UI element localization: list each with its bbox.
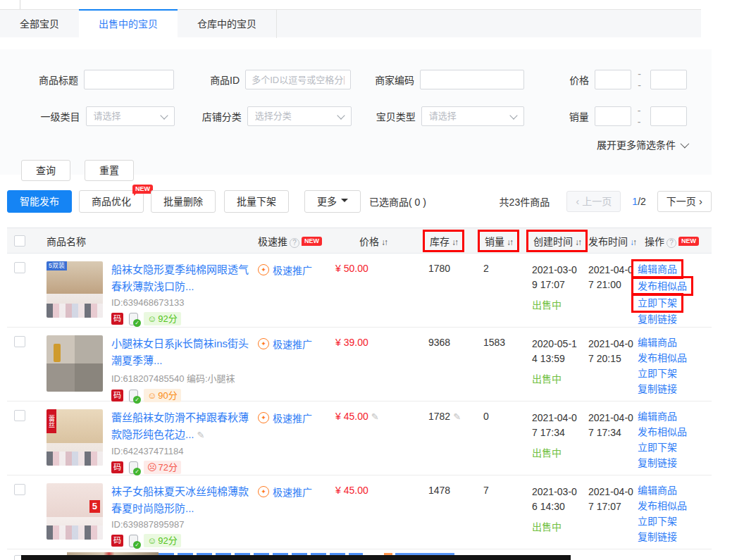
reset-button[interactable]: 重置	[85, 160, 134, 181]
delist-now-link[interactable]: 立即下架	[638, 366, 712, 381]
delist-now-link[interactable]: 立即下架	[638, 440, 712, 455]
code-badge: 码	[111, 535, 123, 547]
title-filter-input[interactable]	[84, 70, 174, 89]
header-actions: 操作?NEW	[638, 234, 712, 248]
edit-pencil-icon[interactable]: ✎	[453, 411, 461, 422]
score-badge[interactable]: ☺92分	[144, 312, 181, 325]
optimize-button[interactable]: 商品优化 NEW	[79, 190, 144, 213]
batch-delete-button[interactable]: 批量删除	[151, 190, 216, 213]
row-checkbox[interactable]	[14, 410, 25, 421]
product-image[interactable]: 5	[46, 483, 103, 540]
speed-promote-link[interactable]: ✦ 极速推广	[258, 263, 312, 277]
header-sales-sort[interactable]: 销量↓↑	[478, 234, 527, 248]
edit-item-link[interactable]: 编辑商品	[638, 409, 712, 424]
shop-category-label: 店铺分类	[200, 109, 242, 123]
score-value: 90分	[158, 389, 177, 402]
price-max-input[interactable]	[650, 70, 687, 89]
product-title-link[interactable]: 小腿袜女日系jk长筒袜ins街头潮夏季薄...	[111, 335, 256, 369]
score-badge[interactable]: ☺92分	[144, 534, 181, 547]
score-badge[interactable]: ☺90分	[144, 389, 181, 402]
product-id: ID:639468673133	[111, 297, 256, 308]
score-value: 92分	[158, 534, 177, 547]
publish-similar-link[interactable]: 发布相似品	[638, 350, 712, 366]
sales-value: 7	[483, 485, 527, 496]
product-image[interactable]: 5双装	[46, 261, 103, 318]
tab-warehouse-items[interactable]: 仓库中的宝贝	[178, 10, 277, 38]
help-icon[interactable]: ?	[290, 238, 299, 248]
caret-down-icon	[341, 199, 348, 206]
product-id: ID:642437471184	[111, 446, 256, 456]
header-created-sort[interactable]: 创建时间↓↑	[527, 234, 585, 248]
product-id: ID:618207485540 编码:小腿袜	[111, 371, 256, 385]
sort-icon-active[interactable]: ↓↑	[630, 237, 636, 247]
publish-similar-link[interactable]: 发布相似品	[638, 424, 712, 440]
publish-similar-link[interactable]: 发布相似品	[638, 278, 687, 294]
sad-face-icon: ☹	[147, 461, 157, 474]
id-filter-input[interactable]	[245, 70, 351, 89]
edit-item-link[interactable]: 编辑商品	[638, 335, 712, 350]
publish-similar-link[interactable]: 发布相似品	[638, 498, 712, 514]
smart-publish-button[interactable]: 智能发布	[7, 190, 72, 213]
more-dropdown-button[interactable]: 更多	[304, 190, 361, 213]
created-date: 2021-04-07 17:34	[532, 411, 585, 440]
new-badge: NEW	[678, 237, 699, 246]
speed-promote-link[interactable]: ✦ 极速推广	[258, 485, 312, 499]
edit-pencil-icon[interactable]: ✎	[197, 430, 205, 440]
next-page-button[interactable]: 下一页 ›	[657, 191, 712, 212]
header-price-sort[interactable]: 价格↓↑	[331, 234, 423, 248]
current-page: 1	[632, 196, 638, 207]
sort-icon[interactable]: ↓↑	[381, 237, 387, 247]
chevron-down-icon	[160, 111, 168, 119]
tab-onsale-items[interactable]: 出售中的宝贝	[79, 10, 178, 38]
merchant-code-input[interactable]	[420, 70, 524, 89]
row-checkbox[interactable]	[14, 484, 25, 495]
copy-link-link[interactable]: 复制链接	[638, 455, 712, 471]
stock-value: 1780	[428, 263, 478, 274]
edit-item-link[interactable]: 编辑商品	[638, 261, 677, 277]
shop-category-select[interactable]: 选择分类	[247, 106, 352, 126]
product-title-link[interactable]: 船袜女隐形夏季纯棉网眼透气春秋薄款浅口防...	[111, 261, 256, 295]
speed-promote-link[interactable]: ✦ 极速推广	[258, 337, 312, 351]
sort-icon[interactable]: ↓↑	[575, 237, 581, 247]
category-select[interactable]: 请选择	[86, 106, 175, 126]
copy-link-link[interactable]: 复制链接	[638, 311, 712, 327]
score-badge[interactable]: ☹72分	[144, 461, 181, 474]
delist-now-link[interactable]: 立即下架	[638, 514, 712, 529]
copy-link-link[interactable]: 复制链接	[638, 381, 712, 397]
sales-range-separator: --	[638, 105, 644, 127]
help-icon[interactable]: ?	[666, 238, 676, 248]
tab-all-items[interactable]: 全部宝贝	[0, 10, 79, 38]
search-button[interactable]: 查询	[21, 160, 70, 181]
image-corner-label: 蕾丝	[46, 409, 56, 433]
batch-delist-button[interactable]: 批量下架	[224, 190, 289, 213]
header-stock-sort[interactable]: 库存↓↑	[423, 234, 478, 248]
expand-more-filters-label: 展开更多筛选条件	[597, 137, 676, 151]
expand-more-filters-link[interactable]: 展开更多筛选条件	[597, 137, 687, 151]
smiley-icon: ☺	[147, 534, 156, 547]
status-onsale: 出售中	[532, 445, 585, 459]
item-type-select[interactable]: 请选择	[421, 106, 524, 126]
next-page-label: 下一页	[666, 196, 696, 207]
edit-item-link[interactable]: 编辑商品	[638, 483, 712, 498]
header-promo: 极速推?NEW	[258, 234, 331, 248]
product-title-link[interactable]: 袜子女船袜夏天冰丝纯棉薄款春夏时尚隐形防...	[111, 483, 256, 517]
row-checkbox[interactable]	[14, 262, 25, 273]
sales-max-input[interactable]	[650, 106, 687, 126]
product-title-link[interactable]: 蕾丝船袜女防滑不掉跟春秋薄款隐形纯色花边...✎	[111, 409, 256, 444]
price-min-input[interactable]	[595, 70, 631, 89]
prev-page-button[interactable]: ‹ 上一页	[566, 191, 621, 212]
row-checkbox[interactable]	[14, 336, 25, 347]
sales-min-input[interactable]	[595, 106, 631, 126]
delist-now-link[interactable]: 立即下架	[638, 295, 677, 311]
select-all-checkbox[interactable]	[14, 235, 25, 247]
edit-pencil-icon[interactable]: ✎	[371, 411, 379, 422]
code-badge: 码	[111, 390, 123, 402]
speed-promote-link[interactable]: ✦ 极速推广	[258, 411, 312, 425]
copy-link-link[interactable]: 复制链接	[638, 529, 712, 545]
product-image[interactable]: 蕾丝	[46, 409, 103, 466]
header-published-sort[interactable]: 发布时间↓↑	[585, 234, 638, 248]
product-image[interactable]	[46, 335, 103, 392]
sort-icon[interactable]: ↓↑	[452, 237, 457, 247]
sort-icon[interactable]: ↓↑	[507, 237, 512, 247]
category-select-value: 请选择	[94, 111, 121, 121]
